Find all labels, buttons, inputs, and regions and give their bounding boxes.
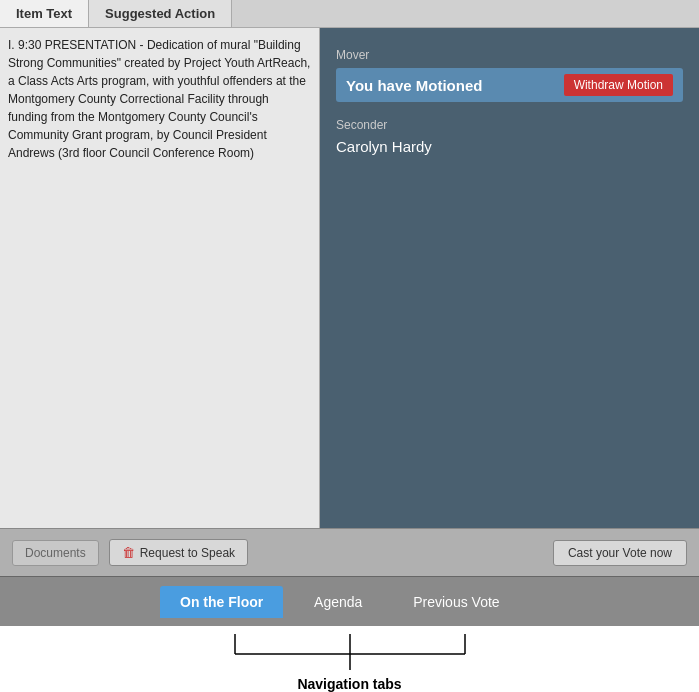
connector-svg <box>180 634 520 670</box>
withdraw-motion-button[interactable]: Withdraw Motion <box>564 74 673 96</box>
seconder-name: Carolyn Hardy <box>336 138 683 155</box>
request-to-speak-label: Request to Speak <box>140 546 235 560</box>
left-panel: I. 9:30 PRESENTATION - Dedication of mur… <box>0 28 320 528</box>
documents-label: Documents <box>25 546 86 560</box>
right-panel: Mover You have Motioned Withdraw Motion … <box>320 28 699 528</box>
top-tab-bar: Item Text Suggested Action <box>0 0 699 28</box>
nav-tab-previous-vote[interactable]: Previous Vote <box>393 586 519 618</box>
trash-icon: 🗑 <box>122 545 135 560</box>
documents-button[interactable]: Documents <box>12 540 99 566</box>
tab-suggested-action[interactable]: Suggested Action <box>89 0 232 27</box>
nav-tab-on-the-floor[interactable]: On the Floor <box>160 586 283 618</box>
item-text-body: I. 9:30 PRESENTATION - Dedication of mur… <box>8 36 311 162</box>
mover-name: You have Motioned <box>346 77 482 94</box>
cast-vote-button[interactable]: Cast your Vote now <box>553 540 687 566</box>
annotation-label: Navigation tabs <box>297 676 401 692</box>
main-content: I. 9:30 PRESENTATION - Dedication of mur… <box>0 28 699 528</box>
tab-item-text-label: Item Text <box>16 6 72 21</box>
nav-tab-on-the-floor-label: On the Floor <box>180 594 263 610</box>
nav-tab-agenda-label: Agenda <box>314 594 362 610</box>
tab-suggested-action-label: Suggested Action <box>105 6 215 21</box>
annotation-area: Navigation tabs <box>0 626 699 692</box>
nav-tab-agenda[interactable]: Agenda <box>283 586 393 618</box>
seconder-section: Seconder Carolyn Hardy <box>336 118 683 155</box>
nav-tabs-container: On the Floor Agenda Previous Vote <box>0 576 699 626</box>
mover-label: Mover <box>336 48 683 62</box>
action-bar: Documents 🗑 Request to Speak Cast your V… <box>0 528 699 576</box>
seconder-label: Seconder <box>336 118 683 132</box>
mover-section: Mover You have Motioned Withdraw Motion <box>336 48 683 102</box>
request-to-speak-button[interactable]: 🗑 Request to Speak <box>109 539 248 566</box>
tab-item-text[interactable]: Item Text <box>0 0 89 27</box>
nav-tab-previous-vote-label: Previous Vote <box>413 594 499 610</box>
mover-row: You have Motioned Withdraw Motion <box>336 68 683 102</box>
